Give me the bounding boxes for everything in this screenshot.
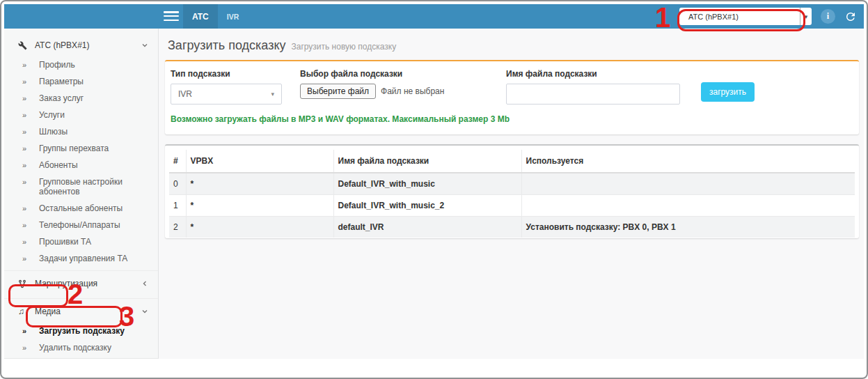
cell-used: Установить подсказку: PBX 0, PBX 1: [521, 217, 855, 238]
sidebar-item-uslugi[interactable]: »Услуги: [4, 107, 158, 123]
tab-ivr[interactable]: IVR: [218, 4, 248, 29]
cell-file: default_IVR: [333, 217, 521, 238]
topbar: ATC IVR ATC (hPBX#1) ▾ i: [4, 4, 864, 29]
sidebar-section-atc[interactable]: ATC (hPBX#1): [4, 34, 158, 56]
sidebar-item-ostalnye-abonenty[interactable]: »Остальные абоненты: [4, 200, 158, 217]
sidebar-item-label: Заказ услуг: [39, 93, 84, 103]
cell-used: [521, 173, 855, 195]
double-chevron-icon: »: [22, 203, 39, 213]
upload-form-panel: Тип подсказки IVR ▾ Выбор файла подсказк…: [165, 60, 859, 134]
prompt-type-value: IVR: [178, 89, 192, 99]
cell-used: [521, 195, 855, 217]
sidebar-item-label: Телефоны/Аппараты: [39, 220, 120, 230]
file-status-text: Файл не выбран: [381, 86, 444, 96]
sidebar-item-gruppovye-nastroyki-abonentov[interactable]: »Групповые настройки абонентов: [4, 173, 158, 200]
sidebar-item-proshivki-ta[interactable]: »Прошивки ТА: [4, 233, 158, 250]
prompts-table-panel: # VPBX Имя файла подсказки Используется …: [165, 144, 859, 238]
cell-file: Default_IVR_with_music_2: [333, 195, 521, 217]
prompt-type-label: Тип подсказки: [171, 69, 282, 79]
col-header-file: Имя файла подсказки: [333, 150, 521, 173]
sidebar-item-label: Абоненты: [39, 160, 78, 170]
sidebar-section-marshrutizatsiya[interactable]: Маршрутизация: [4, 272, 158, 295]
sidebar-section-label: ATC (hPBX#1): [35, 40, 89, 50]
sidebar-item-label: Параметры: [39, 77, 84, 86]
chevron-left-icon: [141, 280, 148, 287]
sidebar-item-label: Шлюзы: [39, 127, 68, 137]
cell-vpbx: *: [186, 217, 333, 238]
double-chevron-icon: »: [22, 77, 39, 86]
chevron-down-icon[interactable]: ▾: [800, 8, 812, 25]
double-chevron-icon: »: [22, 93, 39, 103]
double-chevron-icon: »: [22, 60, 39, 70]
double-chevron-icon: »: [22, 160, 39, 170]
sidebar-item-gruppy-perekhvata[interactable]: »Группы перехвата: [4, 140, 158, 157]
sidebar-item-abonenty[interactable]: »Абоненты: [4, 157, 158, 173]
cell-num: 0: [169, 173, 186, 195]
sidebar-item-telefony-apparaty[interactable]: »Телефоны/Аппараты: [4, 217, 158, 233]
upload-format-note: Возможно загружать файлы в MP3 и WAV фор…: [171, 114, 851, 124]
upload-button[interactable]: загрузить: [701, 82, 755, 102]
cell-vpbx: *: [186, 173, 333, 195]
cell-num: 1: [169, 195, 186, 217]
double-chevron-icon: »: [22, 220, 39, 230]
prompt-name-label: Имя файла подсказки: [506, 69, 680, 79]
sidebar-item-profil[interactable]: »Профиль: [4, 56, 158, 73]
route-fork-icon: [18, 279, 30, 288]
cell-num: 2: [169, 217, 186, 238]
pbx-select[interactable]: ATC (hPBX#1) ▾: [679, 8, 812, 25]
wrench-icon: [18, 41, 30, 50]
table-row: 1 * Default_IVR_with_music_2: [169, 195, 855, 217]
double-chevron-icon: »: [22, 326, 39, 336]
sidebar-item-zagruzit-podskazku[interactable]: »Загрузить подсказку: [4, 323, 158, 339]
refresh-icon[interactable]: [844, 10, 857, 23]
cell-file: Default_IVR_with_music: [333, 173, 521, 195]
choose-file-button[interactable]: Выберите файл: [300, 84, 376, 99]
prompt-type-select[interactable]: IVR ▾: [171, 84, 282, 105]
sidebar-item-udalit-podskazku[interactable]: »Удалить подсказку: [4, 339, 158, 356]
sidebar-item-zakaz-uslug[interactable]: »Заказ услуг: [4, 90, 158, 107]
col-header-used: Используется: [521, 150, 855, 173]
prompt-file-label: Выбор файла подсказки: [300, 69, 492, 79]
chevron-down-icon: ▾: [271, 91, 274, 98]
sidebar-item-label: Группы перехвата: [39, 144, 109, 153]
cell-vpbx: *: [186, 195, 333, 217]
sidebar-item-parametry[interactable]: »Параметры: [4, 73, 158, 90]
page-header: Загрузить подсказку Загрузить новую подс…: [165, 29, 859, 60]
col-header-num: #: [169, 150, 186, 173]
sidebar-item-label: Прошивки ТА: [39, 237, 91, 247]
col-header-vpbx: VPBX: [186, 150, 333, 173]
sidebar-item-label: Задачи управления ТА: [39, 254, 127, 263]
info-icon[interactable]: i: [821, 9, 835, 24]
prompts-table: # VPBX Имя файла подсказки Используется …: [169, 150, 855, 238]
sidebar-item-label: Остальные абоненты: [39, 203, 123, 213]
table-row: 0 * Default_IVR_with_music: [169, 173, 855, 195]
prompt-name-input[interactable]: [506, 84, 680, 105]
topbar-right: ATC (hPBX#1) ▾ i: [679, 4, 864, 29]
sidebar-section-label: Маршрутизация: [35, 279, 97, 288]
table-row: 2 * default_IVR Установить подсказку: PB…: [169, 217, 855, 238]
sidebar-item-ustanovit-podskazku[interactable]: »Установить подсказку: [4, 356, 158, 359]
chevron-down-icon: [141, 308, 148, 315]
music-note-icon: ♫: [18, 307, 30, 316]
sidebar-item-shlyuzy[interactable]: »Шлюзы: [4, 123, 158, 140]
sidebar-item-label: Групповые настройки абонентов: [39, 177, 143, 196]
table-header-row: # VPBX Имя файла подсказки Используется: [169, 150, 855, 173]
tab-atc[interactable]: ATC: [183, 4, 218, 29]
double-chevron-icon: »: [22, 237, 39, 247]
pbx-select-value: ATC (hPBX#1): [679, 8, 800, 25]
page-title: Загрузить подсказку: [168, 38, 285, 53]
double-chevron-icon: »: [22, 110, 39, 120]
double-chevron-icon: »: [22, 254, 39, 263]
main-content: Загрузить подсказку Загрузить новую подс…: [159, 29, 864, 359]
sidebar-item-label: Профиль: [39, 60, 75, 70]
sidebar-section-media[interactable]: ♫ Медиа: [4, 300, 158, 323]
sidebar: ATC (hPBX#1) »Профиль »Параметры »Заказ …: [4, 29, 159, 359]
double-chevron-icon: »: [22, 144, 39, 153]
double-chevron-icon: »: [22, 177, 39, 187]
page-subtitle: Загрузить новую подсказку: [291, 42, 396, 52]
sidebar-section-label: Медиа: [35, 307, 61, 316]
sidebar-item-label: Услуги: [39, 110, 65, 120]
sidebar-item-zadachi-upravleniya-ta[interactable]: »Задачи управления ТА: [4, 250, 158, 267]
menu-icon[interactable]: [164, 11, 179, 21]
double-chevron-icon: »: [22, 127, 39, 137]
